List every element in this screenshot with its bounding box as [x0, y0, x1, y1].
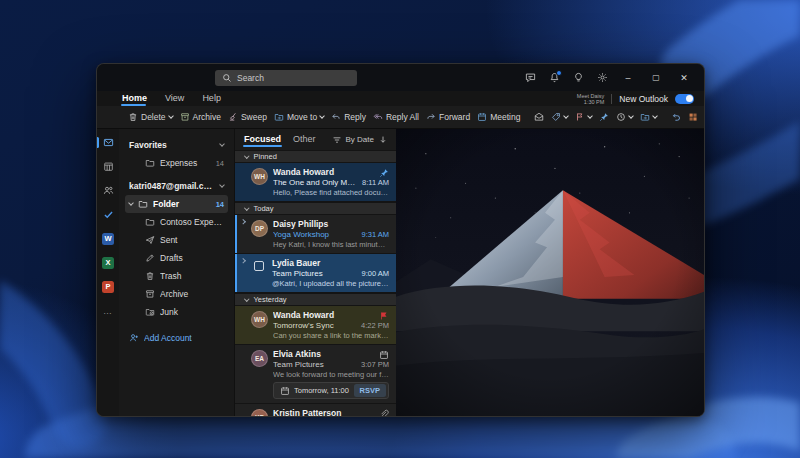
trash-icon — [128, 112, 138, 122]
gear-icon — [597, 72, 608, 83]
tab-view[interactable]: View — [164, 92, 185, 106]
forward-button[interactable]: Forward — [426, 112, 470, 122]
categorize-button[interactable] — [551, 112, 568, 122]
rsvp-button[interactable]: RSVP — [354, 384, 386, 397]
avatar: EA — [251, 350, 268, 367]
reply-icon — [331, 112, 341, 122]
minimize-button[interactable]: – — [616, 69, 640, 87]
undo-button[interactable] — [671, 112, 681, 122]
add-account-button[interactable]: Add Account — [125, 329, 228, 347]
pin-button[interactable] — [599, 112, 609, 122]
search-input[interactable]: Search — [215, 70, 357, 86]
message-row-elvia[interactable]: EA Elvia Atkins Team Pictures3:07 PM We … — [235, 345, 396, 404]
calendar-icon — [379, 350, 389, 360]
rail-item-word[interactable]: W — [100, 231, 116, 246]
reply-all-icon — [373, 112, 383, 122]
timestamp: 8:11 AM — [362, 178, 389, 187]
sort-down-icon — [378, 135, 388, 145]
junk-icon — [145, 307, 155, 317]
reading-pane — [396, 129, 704, 416]
folder-item-archive[interactable]: Archive — [125, 285, 228, 303]
message-row-wanda-pinned[interactable]: WH Wanda Howard The One and Only Moon8:1… — [235, 163, 396, 202]
new-outlook-toggle[interactable] — [675, 94, 694, 104]
snooze-button[interactable] — [616, 112, 633, 122]
move-to-button[interactable]: Move to — [274, 112, 324, 122]
tab-home[interactable]: Home — [121, 92, 148, 106]
folder-item-folder[interactable]: Folder 14 — [125, 195, 228, 213]
read-unread-button[interactable] — [534, 112, 544, 122]
message-row-wanda-flagged[interactable]: WH Wanda Howard Tomorrow's Sync4:22 PM C… — [235, 306, 396, 345]
rail-item-powerpoint[interactable]: P — [100, 279, 116, 294]
broom-icon — [228, 112, 238, 122]
calendar-icon — [477, 112, 487, 122]
flag-button[interactable] — [575, 112, 592, 122]
tab-focused[interactable]: Focused — [243, 132, 282, 148]
search-icon — [222, 73, 232, 83]
rail-item-todo[interactable] — [100, 207, 116, 222]
folder-item-contoso-expenses[interactable]: Contoso Expenses — [125, 213, 228, 231]
sender-name: Daisy Phillips — [273, 219, 389, 229]
message-list-header: Focused Other By Date — [235, 129, 396, 150]
paperclip-icon — [379, 409, 389, 416]
sender-name: Lydia Bauer — [272, 258, 389, 268]
folder-item-sent[interactable]: Sent — [125, 231, 228, 249]
timestamp: 9:31 AM — [361, 230, 389, 239]
tab-help[interactable]: Help — [201, 92, 222, 106]
chevron-down-icon — [244, 153, 249, 158]
pencil-icon — [145, 253, 155, 263]
sender-name: Kristin Patterson — [273, 408, 389, 416]
folder-item-drafts[interactable]: Drafts — [125, 249, 228, 267]
folder-item-junk[interactable]: Junk — [125, 303, 228, 321]
sender-name: Elvia Atkins — [273, 349, 389, 359]
chevron-down-icon — [128, 200, 134, 206]
folder-item-expenses[interactable]: Expenses 14 — [125, 154, 228, 172]
meet-daisy-status: Meet Daisy 1:30 PM — [577, 93, 605, 105]
flag-icon — [575, 112, 585, 122]
section-yesterday[interactable]: Yesterday — [235, 293, 396, 306]
message-row-kristin[interactable]: KP Kristin Patterson — [235, 404, 396, 416]
rules-button[interactable] — [640, 112, 657, 122]
meeting-card: Tomorrow, 11:00 AM (30m) RSVP — [273, 382, 389, 399]
section-today[interactable]: Today — [235, 202, 396, 215]
trash-icon — [145, 271, 155, 281]
settings-button[interactable] — [592, 69, 612, 87]
avatar: WH — [251, 168, 268, 185]
close-button[interactable]: ✕ — [672, 69, 696, 87]
sort-control[interactable]: By Date — [332, 135, 388, 145]
message-checkbox[interactable] — [254, 261, 264, 271]
subject: Yoga Workshop — [273, 230, 357, 239]
avatar: KP — [251, 409, 268, 416]
folder-item-trash[interactable]: Trash — [125, 267, 228, 285]
tab-other[interactable]: Other — [292, 132, 317, 148]
rail-item-calendar[interactable] — [100, 159, 116, 174]
rail-item-excel[interactable]: X — [100, 255, 116, 270]
delete-button[interactable]: Delete — [128, 112, 173, 122]
chat-icon — [525, 72, 536, 83]
subject: Team Pictures — [272, 269, 357, 278]
sweep-button[interactable]: Sweep — [228, 112, 267, 122]
content-area: W X P … Favorites Expenses 14 katri0487@… — [97, 129, 704, 416]
sender-name: Wanda Howard — [273, 310, 389, 320]
maximize-button[interactable]: ▢ — [644, 69, 668, 87]
reply-all-button[interactable]: Reply All — [373, 112, 419, 122]
notification-badge — [556, 70, 562, 76]
section-pinned[interactable]: Pinned — [235, 150, 396, 163]
preview: Hello, Please find attached document for — [273, 188, 389, 197]
rail-item-more-apps[interactable]: … — [100, 303, 116, 318]
reply-button[interactable]: Reply — [331, 112, 366, 122]
message-row-daisy[interactable]: DP Daisy Phillips Yoga Workshop9:31 AM H… — [235, 215, 396, 254]
titlebar: Search – ▢ ✕ — [97, 64, 704, 91]
folder-icon — [138, 199, 148, 209]
report-button[interactable] — [688, 112, 698, 122]
account-header[interactable]: katri0487@gmail.com — [125, 177, 228, 195]
rail-item-mail[interactable] — [100, 135, 116, 150]
archive-button[interactable]: Archive — [180, 112, 221, 122]
undo-icon — [671, 112, 681, 122]
favorites-header[interactable]: Favorites — [125, 136, 228, 154]
whats-new-button[interactable] — [568, 69, 588, 87]
meeting-button[interactable]: Meeting — [477, 112, 520, 122]
rail-item-people[interactable] — [100, 183, 116, 198]
feedback-chat-button[interactable] — [520, 69, 540, 87]
message-row-lydia[interactable]: Lydia Bauer Team Pictures9:00 AM @Katri,… — [235, 254, 396, 293]
notifications-button[interactable] — [544, 69, 564, 87]
